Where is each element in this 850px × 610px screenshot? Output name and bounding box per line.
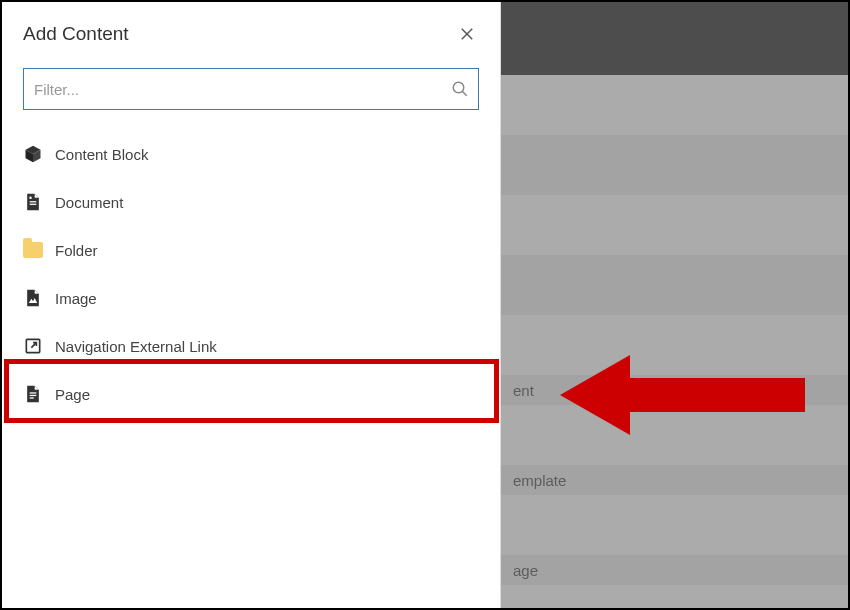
filter-field-wrap — [23, 68, 479, 110]
folder-icon — [23, 240, 43, 260]
background-row — [501, 75, 848, 135]
background-row — [501, 315, 848, 375]
svg-rect-4 — [30, 201, 37, 202]
svg-point-6 — [29, 197, 32, 200]
svg-line-3 — [462, 91, 467, 96]
background-row: ent — [501, 375, 848, 405]
svg-rect-10 — [30, 395, 37, 396]
option-document[interactable]: Document — [23, 178, 479, 226]
option-image[interactable]: Image — [23, 274, 479, 322]
background-row — [501, 255, 848, 315]
filter-input[interactable] — [23, 68, 479, 110]
background-row-text: emplate — [513, 472, 566, 489]
svg-rect-9 — [30, 392, 37, 393]
svg-rect-5 — [30, 204, 37, 205]
content-type-list: Content Block Document — [23, 130, 479, 418]
background-topbar — [501, 2, 848, 75]
add-content-modal: Add Content — [2, 2, 501, 610]
modal-header: Add Content — [23, 22, 479, 46]
option-label: Folder — [55, 242, 98, 259]
option-label: Navigation External Link — [55, 338, 217, 355]
background-row: emplate — [501, 465, 848, 495]
close-icon — [458, 25, 476, 43]
option-label: Document — [55, 194, 123, 211]
background-row — [501, 495, 848, 555]
external-link-icon — [23, 336, 43, 356]
svg-rect-11 — [30, 397, 34, 398]
search-icon — [451, 80, 469, 98]
image-file-icon — [23, 288, 43, 308]
option-folder[interactable]: Folder — [23, 226, 479, 274]
option-navigation-external-link[interactable]: Navigation External Link — [23, 322, 479, 370]
option-label: Image — [55, 290, 97, 307]
close-button[interactable] — [455, 22, 479, 46]
option-page[interactable]: Page — [23, 370, 479, 418]
modal-title: Add Content — [23, 23, 129, 45]
background-row-text: ent — [513, 382, 534, 399]
background-row — [501, 195, 848, 255]
background-row — [501, 135, 848, 195]
page-icon — [23, 384, 43, 404]
option-label: Content Block — [55, 146, 148, 163]
cube-icon — [23, 144, 43, 164]
background-row-text: age — [513, 562, 538, 579]
background-row — [501, 405, 848, 465]
option-content-block[interactable]: Content Block — [23, 130, 479, 178]
background-row: age — [501, 555, 848, 585]
background-row — [501, 585, 848, 610]
document-icon — [23, 192, 43, 212]
option-label: Page — [55, 386, 90, 403]
app-stage: ent emplate age Add Content — [0, 0, 850, 610]
svg-point-2 — [453, 82, 464, 93]
